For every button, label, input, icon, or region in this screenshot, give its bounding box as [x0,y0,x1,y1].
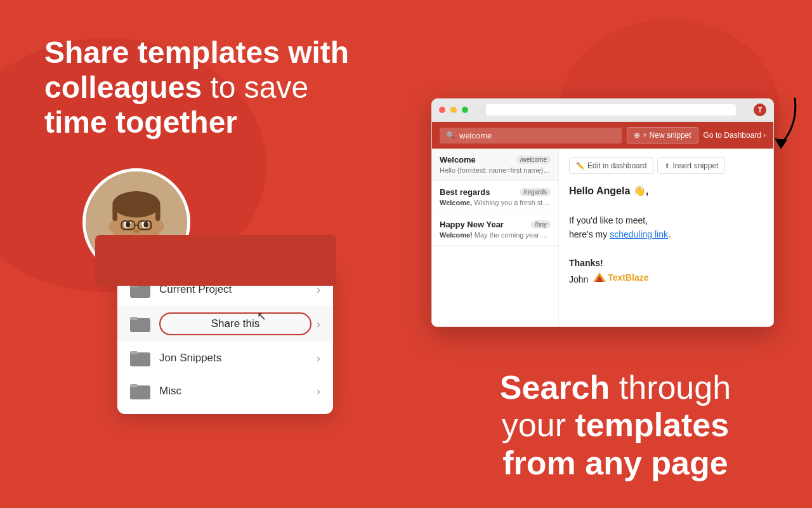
svg-rect-24 [130,351,138,354]
folder-item-misc[interactable]: Misc › [117,375,333,408]
snippet-item-hny[interactable]: Happy New Year /hny Welcome! May the com… [432,213,558,246]
svg-point-7 [109,221,117,232]
traffic-light-yellow [450,107,457,113]
extension-popup: 🔍 welcome ⊕ + New snippet Go to Dashboar… [431,121,774,327]
bottom-search: Search [500,369,610,406]
snippet-actions: ✏️ Edit in dashboard ⬆ Insert snippet [569,157,763,174]
edit-icon: ✏️ [576,162,585,170]
plus-icon: ⊕ [634,131,640,140]
snippet-thanks: Thanks! [569,256,763,270]
new-snippet-label: + New snippet [643,131,691,140]
textblaze-logo-icon [593,272,606,282]
right-section: T 🔍 welcome ⊕ + New snippet Go to Dashb [393,0,812,508]
headline-line1: Share templates with [44,35,349,70]
edit-dashboard-button[interactable]: ✏️ Edit in dashboard [569,157,653,174]
snippet-body1: If you'd like to meet, [569,213,763,227]
chevron-misc: › [317,385,320,398]
bottom-line3: from any page [450,444,780,483]
cursor-icon: ↖ [257,309,266,323]
dashboard-label: Go to Dashboard [704,131,761,140]
traffic-light-green [462,107,468,113]
svg-point-8 [155,221,164,232]
snippet-preview-welcome: Hello {formtext: name=first name} ... [440,166,551,174]
folder-name-misc: Misc [159,385,311,398]
snippet-shortcut-regards: /regards [520,188,551,196]
svg-marker-29 [775,138,787,149]
svg-point-4 [112,191,160,217]
edit-label: Edit in dashboard [587,161,646,170]
textblaze-name: TextBlaze [608,271,648,284]
insert-snippet-button[interactable]: ⬆ Insert snippet [657,157,725,174]
snippet-item-welcome[interactable]: Welcome /welcome Hello {formtext: name=f… [432,149,558,181]
folder-name-jon-snippets: Jon Snippets [159,352,311,364]
folder-icon-share-this [130,316,150,332]
svg-rect-26 [130,384,138,387]
snippet-content-panel: ✏️ Edit in dashboard ⬆ Insert snippet He… [559,149,773,326]
snippet-greeting: Hello Angela 👋, [569,183,763,199]
bottom-line2: your templates [450,406,780,444]
headline-colleagues: colleagues [44,70,202,104]
insert-label: Insert snippet [672,161,718,170]
browser-titlebar: T [431,98,774,121]
arrow-annotation [763,95,798,152]
folder-panel: Current Project › ↖ Share this › Jon Sni… [117,267,333,414]
bottom-through: through [619,369,731,406]
popup-body: Welcome /welcome Hello {formtext: name=f… [432,149,773,326]
popup-header: 🔍 welcome ⊕ + New snippet Go to Dashboar… [432,122,773,149]
svg-point-12 [143,222,148,227]
svg-rect-21 [130,318,150,332]
snippet-shortcut-welcome: /welcome [516,156,551,164]
insert-icon: ⬆ [664,162,670,170]
chevron-jon-snippets: › [317,352,320,365]
traffic-light-red [439,107,445,113]
browser-window: T 🔍 welcome ⊕ + New snippet Go to Dashb [431,98,774,327]
snippet-title-welcome: Welcome /welcome [440,155,551,164]
scheduling-link[interactable]: scheduling link [610,229,668,239]
chevron-share-this: › [317,318,320,331]
left-section: Share templates with colleagues to save … [0,0,393,508]
extension-icon-label: T [758,107,762,114]
browser-url-bar [486,104,736,116]
popup-search-box[interactable]: 🔍 welcome [440,128,622,144]
snippet-title-regards: Best regards /regards [440,187,551,197]
snippet-body2: here's my scheduling link. [569,227,763,241]
bottom-templates: templates [575,406,729,443]
folder-icon-jon-snippets [130,350,150,366]
folder-item-jon-snippets[interactable]: Jon Snippets › [117,342,333,375]
snippet-preview-regards: Welcome, Wishing you a fresh start ... [440,199,551,206]
popup-search-text: welcome [459,131,492,140]
headline: Share templates with colleagues to save … [44,35,349,140]
red-bg-panel [95,235,336,286]
bottom-line1: Search through [450,369,780,407]
snippet-shortcut-hny: /hny [531,220,551,229]
svg-rect-22 [130,317,138,320]
svg-rect-23 [130,352,150,366]
snippet-signature: John TextBlaze [569,271,763,286]
headline-to-save: to save [202,70,308,104]
snippets-list: Welcome /welcome Hello {formtext: name=f… [432,149,559,326]
new-snippet-button[interactable]: ⊕ + New snippet [627,127,698,144]
snippet-title-hny: Happy New Year /hny [440,220,551,229]
svg-rect-25 [130,385,150,399]
share-this-label: Share this [159,312,311,335]
search-icon: 🔍 [446,131,455,140]
headline-line3: time together [44,105,349,140]
textblaze-brand: TextBlaze [593,271,648,284]
snippet-preview-hny: Welcome! May the coming year be f... [440,231,551,239]
svg-point-11 [126,222,131,227]
headline-line2: colleagues to save [44,70,349,105]
svg-point-16 [133,229,139,233]
svg-rect-5 [112,204,117,221]
bottom-your: your [502,406,575,443]
folder-item-share-this[interactable]: ↖ Share this › [117,306,333,342]
snippet-text-content: Hello Angela 👋, If you'd like to meet, h… [569,183,763,286]
snippet-item-regards[interactable]: Best regards /regards Welcome, Wishing y… [432,181,558,213]
svg-rect-6 [155,204,160,221]
folder-icon-misc [130,383,150,399]
dashboard-button[interactable]: Go to Dashboard › [704,131,766,140]
bottom-text: Search through your templates from any p… [450,369,780,483]
